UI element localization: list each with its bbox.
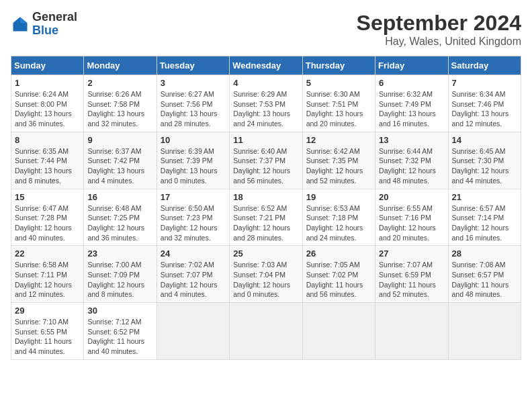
column-header-sunday: Sunday — [11, 56, 84, 75]
calendar-cell — [230, 303, 302, 360]
day-number: 25 — [233, 248, 298, 259]
day-number: 5 — [306, 78, 371, 88]
column-header-friday: Friday — [375, 56, 448, 75]
day-detail: Sunrise: 7:00 AM Sunset: 7:09 PM Dayligh… — [87, 260, 152, 300]
calendar-cell: 14Sunrise: 6:45 AM Sunset: 7:30 PM Dayli… — [448, 132, 521, 189]
day-number: 23 — [87, 248, 152, 259]
day-detail: Sunrise: 6:39 AM Sunset: 7:39 PM Dayligh… — [161, 146, 226, 186]
calendar-cell: 1Sunrise: 6:24 AM Sunset: 8:00 PM Daylig… — [11, 75, 84, 132]
calendar-cell — [448, 303, 521, 360]
day-detail: Sunrise: 6:26 AM Sunset: 7:58 PM Dayligh… — [87, 89, 152, 129]
day-detail: Sunrise: 6:47 AM Sunset: 7:28 PM Dayligh… — [15, 203, 80, 243]
day-detail: Sunrise: 6:35 AM Sunset: 7:44 PM Dayligh… — [15, 146, 80, 186]
calendar-cell: 27Sunrise: 7:07 AM Sunset: 6:59 PM Dayli… — [375, 246, 448, 303]
day-detail: Sunrise: 6:32 AM Sunset: 7:49 PM Dayligh… — [379, 89, 444, 129]
calendar-cell: 7Sunrise: 6:34 AM Sunset: 7:46 PM Daylig… — [448, 75, 521, 132]
calendar-cell — [375, 303, 448, 360]
calendar-cell: 4Sunrise: 6:29 AM Sunset: 7:53 PM Daylig… — [230, 75, 302, 132]
day-number: 18 — [233, 192, 298, 202]
day-number: 9 — [87, 135, 152, 145]
calendar-cell: 13Sunrise: 6:44 AM Sunset: 7:32 PM Dayli… — [375, 132, 448, 189]
day-detail: Sunrise: 6:55 AM Sunset: 7:16 PM Dayligh… — [379, 203, 444, 243]
calendar-week-2: 8Sunrise: 6:35 AM Sunset: 7:44 PM Daylig… — [11, 132, 521, 189]
calendar-week-1: 1Sunrise: 6:24 AM Sunset: 8:00 PM Daylig… — [11, 75, 521, 132]
day-detail: Sunrise: 6:40 AM Sunset: 7:37 PM Dayligh… — [233, 146, 298, 186]
day-number: 29 — [15, 306, 80, 316]
calendar-cell: 21Sunrise: 6:57 AM Sunset: 7:14 PM Dayli… — [448, 189, 521, 246]
day-detail: Sunrise: 6:42 AM Sunset: 7:35 PM Dayligh… — [306, 146, 371, 186]
day-number: 8 — [15, 135, 80, 145]
day-detail: Sunrise: 6:52 AM Sunset: 7:21 PM Dayligh… — [233, 203, 298, 243]
day-number: 24 — [161, 248, 226, 259]
day-number: 27 — [379, 248, 444, 259]
day-number: 7 — [452, 78, 517, 88]
day-detail: Sunrise: 7:12 AM Sunset: 6:52 PM Dayligh… — [87, 317, 152, 357]
calendar-cell: 29Sunrise: 7:10 AM Sunset: 6:55 PM Dayli… — [11, 303, 84, 360]
svg-marker-2 — [13, 17, 21, 23]
day-number: 11 — [233, 135, 298, 145]
day-detail: Sunrise: 7:05 AM Sunset: 7:02 PM Dayligh… — [306, 260, 371, 300]
day-number: 20 — [379, 192, 444, 202]
day-detail: Sunrise: 7:10 AM Sunset: 6:55 PM Dayligh… — [15, 317, 80, 357]
calendar-table: SundayMondayTuesdayWednesdayThursdayFrid… — [11, 56, 521, 360]
month-title: September 2024 — [357, 11, 521, 36]
calendar-body: 1Sunrise: 6:24 AM Sunset: 8:00 PM Daylig… — [11, 75, 521, 360]
calendar-cell: 22Sunrise: 6:58 AM Sunset: 7:11 PM Dayli… — [11, 246, 84, 303]
calendar-cell: 3Sunrise: 6:27 AM Sunset: 7:56 PM Daylig… — [157, 75, 229, 132]
day-number: 19 — [306, 192, 371, 202]
calendar-cell: 19Sunrise: 6:53 AM Sunset: 7:18 PM Dayli… — [302, 189, 375, 246]
day-detail: Sunrise: 7:03 AM Sunset: 7:04 PM Dayligh… — [233, 260, 298, 300]
day-number: 17 — [161, 192, 226, 202]
day-detail: Sunrise: 6:29 AM Sunset: 7:53 PM Dayligh… — [233, 89, 298, 129]
column-header-thursday: Thursday — [302, 56, 375, 75]
day-detail: Sunrise: 7:07 AM Sunset: 6:59 PM Dayligh… — [379, 260, 444, 300]
day-number: 26 — [306, 248, 371, 259]
calendar-cell: 16Sunrise: 6:48 AM Sunset: 7:25 PM Dayli… — [84, 189, 157, 246]
calendar-cell: 25Sunrise: 7:03 AM Sunset: 7:04 PM Dayli… — [230, 246, 302, 303]
calendar-cell: 26Sunrise: 7:05 AM Sunset: 7:02 PM Dayli… — [302, 246, 375, 303]
calendar-cell: 28Sunrise: 7:08 AM Sunset: 6:57 PM Dayli… — [448, 246, 521, 303]
title-block: September 2024 Hay, Wales, United Kingdo… — [357, 11, 521, 48]
day-number: 1 — [15, 78, 80, 88]
day-number: 12 — [306, 135, 371, 145]
logo: General Blue — [11, 11, 77, 38]
day-number: 21 — [452, 192, 517, 202]
calendar-cell: 11Sunrise: 6:40 AM Sunset: 7:37 PM Dayli… — [230, 132, 302, 189]
calendar-cell: 23Sunrise: 7:00 AM Sunset: 7:09 PM Dayli… — [84, 246, 157, 303]
day-number: 4 — [233, 78, 298, 88]
calendar-cell: 17Sunrise: 6:50 AM Sunset: 7:23 PM Dayli… — [157, 189, 229, 246]
day-number: 30 — [87, 306, 152, 316]
calendar-cell — [302, 303, 375, 360]
calendar-cell: 24Sunrise: 7:02 AM Sunset: 7:07 PM Dayli… — [157, 246, 229, 303]
day-detail: Sunrise: 6:57 AM Sunset: 7:14 PM Dayligh… — [452, 203, 517, 243]
calendar-week-3: 15Sunrise: 6:47 AM Sunset: 7:28 PM Dayli… — [11, 189, 521, 246]
calendar-cell: 30Sunrise: 7:12 AM Sunset: 6:52 PM Dayli… — [84, 303, 157, 360]
day-number: 6 — [379, 78, 444, 88]
day-detail: Sunrise: 6:44 AM Sunset: 7:32 PM Dayligh… — [379, 146, 444, 186]
calendar-header-row: SundayMondayTuesdayWednesdayThursdayFrid… — [11, 56, 521, 75]
calendar-cell — [157, 303, 229, 360]
day-number: 13 — [379, 135, 444, 145]
day-number: 14 — [452, 135, 517, 145]
calendar-cell: 20Sunrise: 6:55 AM Sunset: 7:16 PM Dayli… — [375, 189, 448, 246]
column-header-wednesday: Wednesday — [230, 56, 302, 75]
calendar-cell: 12Sunrise: 6:42 AM Sunset: 7:35 PM Dayli… — [302, 132, 375, 189]
day-number: 22 — [15, 248, 80, 259]
day-detail: Sunrise: 6:30 AM Sunset: 7:51 PM Dayligh… — [306, 89, 371, 129]
day-number: 10 — [161, 135, 226, 145]
calendar-cell: 18Sunrise: 6:52 AM Sunset: 7:21 PM Dayli… — [230, 189, 302, 246]
svg-marker-1 — [20, 17, 28, 23]
logo-text: General Blue — [32, 11, 77, 38]
location-subtitle: Hay, Wales, United Kingdom — [357, 36, 521, 48]
day-detail: Sunrise: 6:58 AM Sunset: 7:11 PM Dayligh… — [15, 260, 80, 300]
day-detail: Sunrise: 7:02 AM Sunset: 7:07 PM Dayligh… — [161, 260, 226, 300]
day-detail: Sunrise: 6:48 AM Sunset: 7:25 PM Dayligh… — [87, 203, 152, 243]
calendar-cell: 2Sunrise: 6:26 AM Sunset: 7:58 PM Daylig… — [84, 75, 157, 132]
day-detail: Sunrise: 6:53 AM Sunset: 7:18 PM Dayligh… — [306, 203, 371, 243]
day-detail: Sunrise: 6:34 AM Sunset: 7:46 PM Dayligh… — [452, 89, 517, 129]
day-detail: Sunrise: 7:08 AM Sunset: 6:57 PM Dayligh… — [452, 260, 517, 300]
day-number: 28 — [452, 248, 517, 259]
day-number: 16 — [87, 192, 152, 202]
day-detail: Sunrise: 6:27 AM Sunset: 7:56 PM Dayligh… — [161, 89, 226, 129]
day-detail: Sunrise: 6:24 AM Sunset: 8:00 PM Dayligh… — [15, 89, 80, 129]
